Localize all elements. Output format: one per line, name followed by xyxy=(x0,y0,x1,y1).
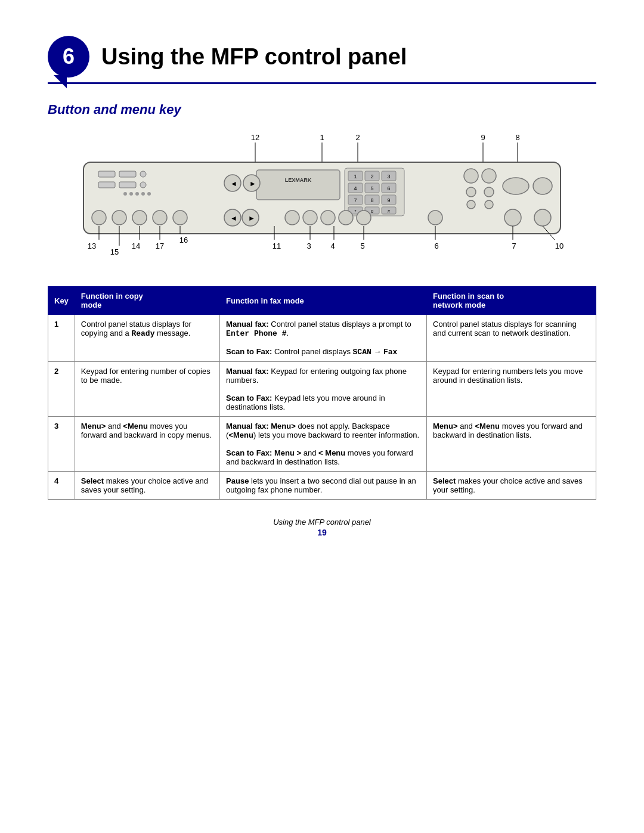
chapter-header: 6 Using the MFP control panel xyxy=(48,36,596,78)
svg-text:3: 3 xyxy=(306,241,311,250)
svg-point-63 xyxy=(132,210,147,225)
svg-text:15: 15 xyxy=(110,247,119,256)
row-key-2: 2 xyxy=(48,362,75,417)
table-header-row: Key Function in copymode Function in fax… xyxy=(48,287,596,315)
svg-text:6: 6 xyxy=(387,185,390,191)
svg-text:2: 2 xyxy=(370,174,373,179)
svg-point-70 xyxy=(285,210,299,225)
svg-text:3: 3 xyxy=(387,174,390,179)
svg-point-76 xyxy=(504,209,521,226)
function-table: Key Function in copymode Function in fax… xyxy=(48,286,596,500)
row-2-scan: Keypad for entering numbers lets you mov… xyxy=(427,362,596,417)
svg-text:10: 10 xyxy=(555,241,564,250)
svg-text:8: 8 xyxy=(515,133,519,142)
svg-text:14: 14 xyxy=(132,241,140,250)
svg-text:13: 13 xyxy=(88,241,96,250)
row-1-fax: Manual fax: Control panel status display… xyxy=(220,315,427,362)
svg-point-20 xyxy=(129,192,133,196)
svg-point-22 xyxy=(141,192,145,196)
row-2-fax: Manual fax: Keypad for entering outgoing… xyxy=(220,362,427,417)
svg-text:◄: ◄ xyxy=(230,179,237,188)
chapter-number: 6 xyxy=(63,44,75,69)
row-4-fax: Pause lets you insert a two second dial … xyxy=(220,472,427,500)
row-3-fax: Manual fax: Menu> does not apply. Backsp… xyxy=(220,417,427,472)
svg-point-65 xyxy=(173,210,187,225)
svg-point-73 xyxy=(339,210,353,225)
row-key-3: 3 xyxy=(48,417,75,472)
svg-point-62 xyxy=(112,210,126,225)
svg-point-64 xyxy=(153,210,167,225)
svg-text:*: * xyxy=(354,209,356,214)
table-row: 1 Control panel status displays for copy… xyxy=(48,315,596,362)
svg-point-59 xyxy=(503,178,529,194)
footer-page-number: 19 xyxy=(48,528,596,537)
svg-text:►: ► xyxy=(249,179,256,188)
svg-point-72 xyxy=(321,210,335,225)
svg-point-53 xyxy=(464,169,478,183)
svg-point-18 xyxy=(140,182,146,188)
svg-rect-14 xyxy=(119,171,136,177)
row-2-copy: Keypad for entering number of copies to … xyxy=(75,362,219,417)
col-header-fax: Function in fax mode xyxy=(220,287,427,315)
row-3-scan: Menu> and <Menu moves you forward and ba… xyxy=(427,417,596,472)
chapter-number-badge: 6 xyxy=(48,36,89,78)
svg-point-60 xyxy=(533,178,552,194)
diagram-wrapper: 12 1 2 9 8 LEXMARK xyxy=(66,129,578,268)
col-header-scan: Function in scan tonetwork mode xyxy=(427,287,596,315)
svg-text:1: 1 xyxy=(354,174,357,179)
row-4-scan: Select makes your choice active and save… xyxy=(427,472,596,500)
svg-point-56 xyxy=(484,187,494,197)
svg-text:4: 4 xyxy=(354,185,357,191)
svg-point-74 xyxy=(357,210,371,225)
col-header-key: Key xyxy=(48,287,75,315)
svg-text:5: 5 xyxy=(360,241,364,250)
svg-text:►: ► xyxy=(248,214,255,222)
row-key-4: 4 xyxy=(48,472,75,500)
svg-rect-17 xyxy=(119,182,136,188)
control-panel-diagram: 12 1 2 9 8 LEXMARK xyxy=(66,129,578,267)
page-container: 6 Using the MFP control panel Button and… xyxy=(0,0,644,833)
svg-text:12: 12 xyxy=(251,133,259,142)
svg-text:7: 7 xyxy=(512,241,516,250)
table-row: 3 Menu> and <Menu moves you forward and … xyxy=(48,417,596,472)
svg-point-75 xyxy=(428,210,442,225)
col-header-copy: Function in copymode xyxy=(75,287,219,315)
row-1-copy: Control panel status displays for copyin… xyxy=(75,315,219,362)
svg-point-23 xyxy=(147,192,151,196)
svg-point-15 xyxy=(140,171,146,177)
svg-text:4: 4 xyxy=(330,241,335,250)
svg-point-54 xyxy=(482,169,496,183)
svg-text:1: 1 xyxy=(320,133,324,142)
row-1-scan: Control panel status displays for scanni… xyxy=(427,315,596,362)
svg-text:2: 2 xyxy=(355,133,360,142)
svg-text:9: 9 xyxy=(387,197,390,203)
svg-text:8: 8 xyxy=(370,197,373,203)
svg-rect-13 xyxy=(98,171,115,177)
svg-text:LEXMARK: LEXMARK xyxy=(285,177,312,183)
svg-point-77 xyxy=(534,209,551,226)
row-key-1: 1 xyxy=(48,315,75,362)
row-4-copy: Select makes your choice active and save… xyxy=(75,472,219,500)
svg-text:9: 9 xyxy=(481,133,485,142)
row-3-copy: Menu> and <Menu moves you forward and ba… xyxy=(75,417,219,472)
svg-text:#: # xyxy=(388,209,391,214)
section-title: Button and menu key xyxy=(48,102,596,117)
table-row: 2 Keypad for entering number of copies t… xyxy=(48,362,596,417)
svg-point-58 xyxy=(485,200,493,209)
page-footer: Using the MFP control panel 19 xyxy=(48,518,596,537)
svg-point-55 xyxy=(466,187,476,197)
table-row: 4 Select makes your choice active and sa… xyxy=(48,472,596,500)
svg-text:16: 16 xyxy=(179,236,188,244)
svg-text:5: 5 xyxy=(370,185,373,191)
chapter-title: Using the MFP control panel xyxy=(101,44,596,70)
svg-point-19 xyxy=(123,192,127,196)
svg-text:11: 11 xyxy=(273,241,281,250)
svg-rect-16 xyxy=(98,182,115,188)
chapter-underline xyxy=(48,82,596,84)
svg-point-71 xyxy=(303,210,317,225)
svg-rect-11 xyxy=(256,170,340,200)
svg-point-61 xyxy=(92,210,106,225)
svg-text:◄: ◄ xyxy=(230,214,237,222)
svg-text:17: 17 xyxy=(156,241,164,250)
svg-point-57 xyxy=(467,200,475,209)
